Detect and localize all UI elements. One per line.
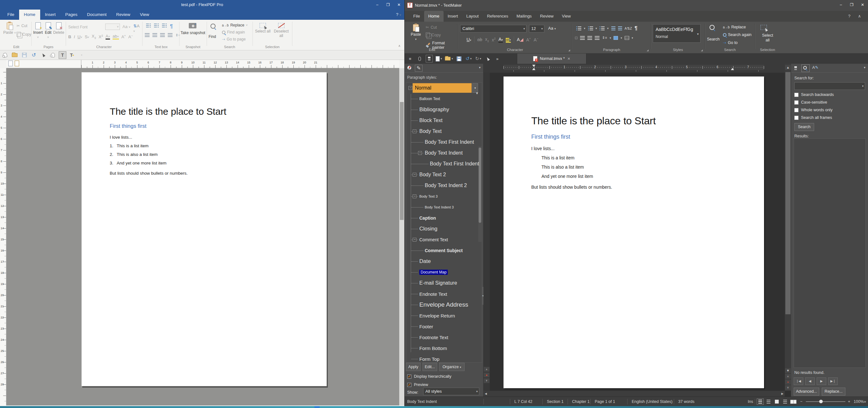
style-preview-box[interactable]: AaBbCcDdEeFfGg Normal ▾	[653, 24, 701, 43]
style-item-body-text-indent-3[interactable]: Body Text Indent 3	[406, 202, 482, 213]
italic-button[interactable]: I	[74, 34, 75, 39]
undo-button[interactable]: ↺▾	[465, 55, 472, 62]
pilcrow-icon[interactable]: ¶	[634, 26, 638, 31]
page-thumbnails-icon[interactable]	[8, 61, 13, 66]
textmaker-tab-review[interactable]: Review	[536, 11, 558, 22]
line-spacing-button[interactable]: ⇕≡	[602, 36, 607, 40]
style-item-body-text-first-indent[interactable]: Body Text First Indent	[406, 158, 482, 169]
strikethrough-button[interactable]: S˅	[85, 34, 89, 39]
status-item[interactable]: Chapter 1	[572, 397, 590, 406]
status-item[interactable]: Page 1 of 1	[595, 397, 615, 406]
style-item-body-text-first-indent[interactable]: Body Text First Indent	[406, 137, 482, 148]
align-center-icon[interactable]	[152, 33, 157, 37]
align-right-icon[interactable]	[160, 33, 165, 37]
status-insert-mode[interactable]: Ins	[748, 397, 753, 406]
paragraph-dialog-launcher[interactable]	[647, 50, 649, 51]
style-item-body-text-2[interactable]: −Body Text 2	[406, 169, 482, 180]
paste-button[interactable]: Paste▾	[408, 24, 423, 41]
scroll-left-icon[interactable]: ◀	[485, 391, 487, 397]
borders-icon[interactable]	[625, 36, 629, 40]
search-option-search-all-frames[interactable]: Search all frames	[794, 115, 832, 120]
status-overflow-button[interactable]: »	[864, 397, 866, 406]
clear-formatting-button[interactable]: A◢	[517, 37, 523, 42]
prev-object-mini-icon[interactable]: ±	[484, 367, 490, 372]
preview-checkbox[interactable]: ✓ Preview	[407, 382, 428, 387]
browse-object-mini-icon[interactable]: ●	[484, 373, 490, 377]
result-previous-button[interactable]: ◀	[805, 377, 815, 385]
font-size-combo[interactable]: 12▾	[529, 25, 544, 33]
search-panel-menu-dropdown[interactable]: ▾	[864, 66, 865, 69]
grow-font-button[interactable]: A+	[122, 34, 126, 39]
pan-tool-button[interactable]	[1, 51, 9, 59]
cut-button[interactable]: ✂Cut	[17, 24, 27, 28]
font-color-button[interactable]: A▾	[498, 37, 503, 43]
align-top-icon[interactable]	[146, 24, 151, 27]
strikethrough-button[interactable]: ab	[477, 37, 483, 42]
menu-button[interactable]: ≡	[407, 55, 413, 62]
change-case-button[interactable]: Aa ▾	[548, 26, 556, 31]
tree-collapse-box[interactable]: −	[413, 129, 416, 133]
textmaker-tab-view[interactable]: View	[558, 11, 575, 22]
go-to-page-button[interactable]: ⇢Go to page	[222, 37, 246, 41]
view-outline-button[interactable]	[782, 399, 788, 405]
pdf-page[interactable]: The title is the place to Start First th…	[81, 72, 327, 386]
find-again-button[interactable]: Find again	[222, 30, 245, 34]
search-for-input[interactable]: ▾	[794, 82, 865, 90]
close-button[interactable]: ✕	[394, 0, 404, 9]
scroll-up-icon[interactable]: ▲	[785, 65, 791, 70]
pilcrow-icon[interactable]: ¶	[170, 24, 173, 29]
maximize-button[interactable]: ❐	[383, 0, 394, 9]
style-item-e-mail-signature[interactable]: E-mail Signature	[406, 278, 482, 288]
maximize-button[interactable]: ❐	[846, 0, 857, 9]
tree-scrollbar-thumb[interactable]	[478, 148, 481, 223]
close-button[interactable]: ✕	[857, 0, 868, 9]
align-right-icon[interactable]	[587, 36, 592, 40]
shrink-font-button[interactable]: A−	[128, 34, 133, 39]
touch-mode-button[interactable]	[416, 55, 423, 62]
textmaker-tab-insert[interactable]: Insert	[443, 11, 462, 22]
justify-icon[interactable]	[168, 33, 173, 37]
underline-button[interactable]: U˅	[78, 34, 82, 39]
minimize-button[interactable]: –	[372, 0, 383, 9]
style-item-document-map[interactable]: Document Map	[406, 267, 482, 278]
textmaker-document-area[interactable]: 1234567 ± ● Ŧ The title is the place to …	[484, 64, 791, 397]
style-item-footnote-text[interactable]: Footnote Text	[406, 332, 482, 343]
paste-button[interactable]: Paste ˅	[3, 22, 17, 35]
copy-button[interactable]: Copy	[17, 32, 31, 37]
scroll-down-icon[interactable]: ▼	[785, 368, 791, 373]
tree-collapse-box[interactable]: −	[413, 194, 416, 198]
style-item-envelope-return[interactable]: Envelope Return	[406, 310, 482, 321]
search-option-search-backwards[interactable]: Search backwards	[794, 92, 834, 97]
status-item[interactable]: Section 1	[547, 397, 563, 406]
style-item-body-text-indent-2[interactable]: Body Text Indent 2	[406, 180, 482, 191]
superscript-button[interactable]: x2	[492, 37, 496, 42]
pen-tool-icon[interactable]: ✎	[415, 65, 423, 72]
increase-indent-icon[interactable]	[611, 27, 615, 30]
result-last-button[interactable]: ▶❘	[828, 377, 838, 385]
style-item-date[interactable]: Date	[406, 256, 482, 267]
taskbar-icon[interactable]	[314, 406, 319, 408]
insert-page-button[interactable]: + Insert˅	[33, 22, 43, 39]
first-line-indent-marker[interactable]	[532, 65, 535, 67]
textmaker-tab-references[interactable]: References	[483, 11, 512, 22]
bold-button[interactable]: B	[68, 34, 71, 39]
character-dialog-launcher[interactable]	[568, 50, 570, 51]
style-item-envelope-address[interactable]: Envelope Address	[406, 299, 482, 310]
style-item-endnote-text[interactable]: Endnote Text	[406, 288, 482, 299]
flexipdf-tab-document[interactable]: Document	[82, 9, 112, 20]
replace-button[interactable]: a→bReplace˅	[222, 23, 247, 27]
align-center-icon[interactable]	[580, 36, 585, 40]
textmaker-tab-file[interactable]: File	[409, 11, 424, 22]
view-fullscreen-button[interactable]	[773, 399, 780, 405]
zoom-level[interactable]: 100%	[854, 397, 864, 406]
sort-icon[interactable]: A⇅Z	[625, 27, 632, 31]
edit-style-button[interactable]: Edit...	[423, 363, 437, 371]
edit-page-button[interactable]: ✎ Edit˅	[43, 22, 53, 39]
search-option-whole-words-only[interactable]: Whole words only	[794, 108, 833, 112]
textmaker-titlebar[interactable]: T Normal.tmvx * - TextMaker – ❐ ✕	[405, 0, 868, 11]
show-styles-combo[interactable]: All styles▾	[423, 387, 479, 395]
deselect-all-button[interactable]: Deselect all	[272, 23, 290, 38]
panel-list-icon[interactable]	[794, 66, 797, 70]
go-to-button[interactable]: ⇢Go to	[723, 40, 738, 45]
style-item-caption[interactable]: Caption	[406, 213, 482, 223]
